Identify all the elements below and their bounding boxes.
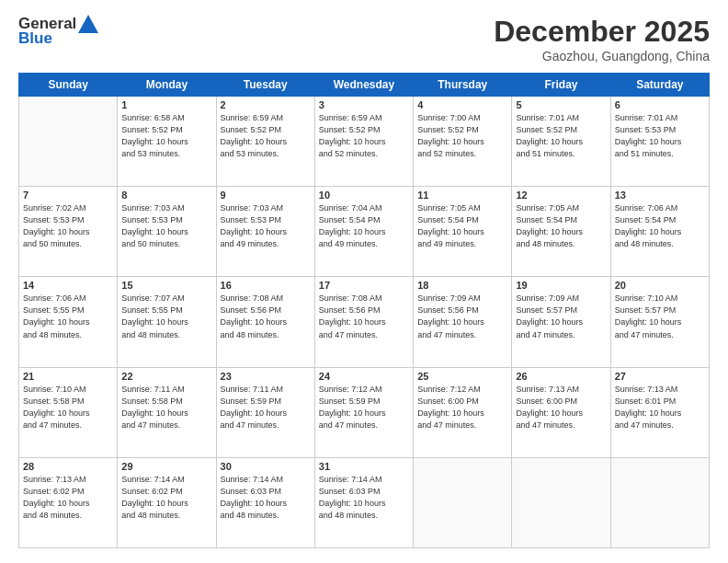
- day-number: 11: [417, 190, 507, 201]
- day-info: Sunrise: 7:00 AMSunset: 5:52 PMDaylight:…: [417, 112, 507, 160]
- day-info: Sunrise: 7:06 AMSunset: 5:55 PMDaylight:…: [23, 293, 113, 340]
- day-info: Sunrise: 7:04 AMSunset: 5:54 PMDaylight:…: [319, 202, 409, 250]
- day-number: 27: [615, 371, 705, 382]
- day-info: Sunrise: 7:03 AMSunset: 5:53 PMDaylight:…: [121, 202, 211, 250]
- day-info: Sunrise: 7:12 AMSunset: 6:00 PMDaylight:…: [417, 384, 507, 431]
- calendar-cell: 9Sunrise: 7:03 AMSunset: 5:53 PMDaylight…: [216, 187, 314, 277]
- calendar-cell: 22Sunrise: 7:11 AMSunset: 5:58 PMDayligh…: [118, 367, 216, 457]
- day-number: 2: [221, 99, 311, 110]
- day-number: 20: [615, 280, 705, 291]
- calendar-cell: [512, 457, 610, 547]
- day-number: 15: [121, 280, 211, 291]
- weekday-header-monday: Monday: [118, 74, 216, 97]
- logo-icon: [78, 15, 98, 33]
- day-info: Sunrise: 7:05 AMSunset: 5:54 PMDaylight:…: [516, 202, 606, 250]
- calendar-cell: 12Sunrise: 7:05 AMSunset: 5:54 PMDayligh…: [512, 187, 610, 277]
- logo: General Blue: [18, 15, 98, 48]
- title-block: December 2025 Gaozhou, Guangdong, China: [494, 15, 710, 63]
- day-number: 19: [516, 280, 606, 291]
- day-info: Sunrise: 7:13 AMSunset: 6:02 PMDaylight:…: [23, 474, 113, 522]
- calendar-cell: [19, 97, 118, 187]
- day-info: Sunrise: 7:11 AMSunset: 5:58 PMDaylight:…: [121, 384, 211, 431]
- day-info: Sunrise: 7:10 AMSunset: 5:58 PMDaylight:…: [23, 384, 113, 431]
- svg-marker-0: [78, 15, 98, 33]
- day-info: Sunrise: 7:13 AMSunset: 6:01 PMDaylight:…: [615, 384, 705, 431]
- day-number: 5: [516, 99, 606, 110]
- month-title: December 2025: [494, 15, 710, 49]
- day-number: 4: [417, 99, 507, 110]
- day-number: 31: [319, 461, 409, 472]
- week-row-1: 1Sunrise: 6:58 AMSunset: 5:52 PMDaylight…: [19, 97, 710, 187]
- day-number: 7: [23, 190, 113, 201]
- calendar-cell: 14Sunrise: 7:06 AMSunset: 5:55 PMDayligh…: [19, 277, 118, 367]
- day-number: 30: [221, 461, 311, 472]
- logo-blue: Blue: [18, 29, 52, 48]
- day-number: 8: [121, 190, 211, 201]
- calendar-cell: 30Sunrise: 7:14 AMSunset: 6:03 PMDayligh…: [216, 457, 314, 547]
- day-info: Sunrise: 7:02 AMSunset: 5:53 PMDaylight:…: [23, 202, 113, 250]
- calendar-cell: 10Sunrise: 7:04 AMSunset: 5:54 PMDayligh…: [314, 187, 413, 277]
- calendar-cell: 21Sunrise: 7:10 AMSunset: 5:58 PMDayligh…: [19, 367, 118, 457]
- day-number: 25: [417, 371, 507, 382]
- calendar-cell: 8Sunrise: 7:03 AMSunset: 5:53 PMDaylight…: [118, 187, 216, 277]
- calendar-cell: [414, 457, 512, 547]
- day-info: Sunrise: 7:03 AMSunset: 5:53 PMDaylight:…: [221, 202, 311, 250]
- calendar-table: SundayMondayTuesdayWednesdayThursdayFrid…: [18, 73, 710, 548]
- day-number: 6: [615, 99, 705, 110]
- day-info: Sunrise: 7:08 AMSunset: 5:56 PMDaylight:…: [319, 293, 409, 340]
- day-number: 1: [121, 99, 211, 110]
- week-row-5: 28Sunrise: 7:13 AMSunset: 6:02 PMDayligh…: [19, 457, 710, 547]
- day-info: Sunrise: 6:59 AMSunset: 5:52 PMDaylight:…: [221, 112, 311, 160]
- day-number: 9: [221, 190, 311, 201]
- day-number: 16: [221, 280, 311, 291]
- day-number: 28: [23, 461, 113, 472]
- weekday-header-thursday: Thursday: [414, 74, 512, 97]
- day-info: Sunrise: 7:10 AMSunset: 5:57 PMDaylight:…: [615, 293, 705, 340]
- calendar-cell: 6Sunrise: 7:01 AMSunset: 5:53 PMDaylight…: [610, 97, 709, 187]
- calendar-cell: 20Sunrise: 7:10 AMSunset: 5:57 PMDayligh…: [610, 277, 709, 367]
- calendar-cell: 5Sunrise: 7:01 AMSunset: 5:52 PMDaylight…: [512, 97, 610, 187]
- weekday-header-friday: Friday: [512, 74, 610, 97]
- weekday-header-wednesday: Wednesday: [314, 74, 413, 97]
- week-row-2: 7Sunrise: 7:02 AMSunset: 5:53 PMDaylight…: [19, 187, 710, 277]
- calendar-cell: 4Sunrise: 7:00 AMSunset: 5:52 PMDaylight…: [414, 97, 512, 187]
- day-number: 17: [319, 280, 409, 291]
- day-info: Sunrise: 7:09 AMSunset: 5:57 PMDaylight:…: [516, 293, 606, 340]
- day-info: Sunrise: 7:12 AMSunset: 5:59 PMDaylight:…: [319, 384, 409, 431]
- location: Gaozhou, Guangdong, China: [494, 49, 710, 63]
- calendar-cell: 19Sunrise: 7:09 AMSunset: 5:57 PMDayligh…: [512, 277, 610, 367]
- day-info: Sunrise: 7:14 AMSunset: 6:03 PMDaylight:…: [319, 474, 409, 522]
- calendar-cell: 11Sunrise: 7:05 AMSunset: 5:54 PMDayligh…: [414, 187, 512, 277]
- weekday-header-sunday: Sunday: [19, 74, 118, 97]
- day-number: 18: [417, 280, 507, 291]
- calendar-cell: 17Sunrise: 7:08 AMSunset: 5:56 PMDayligh…: [314, 277, 413, 367]
- day-number: 21: [23, 371, 113, 382]
- day-number: 10: [319, 190, 409, 201]
- day-info: Sunrise: 6:59 AMSunset: 5:52 PMDaylight:…: [319, 112, 409, 160]
- day-info: Sunrise: 7:01 AMSunset: 5:52 PMDaylight:…: [516, 112, 606, 160]
- calendar-cell: 26Sunrise: 7:13 AMSunset: 6:00 PMDayligh…: [512, 367, 610, 457]
- page: General Blue December 2025 Gaozhou, Guan…: [0, 0, 728, 563]
- calendar-cell: 7Sunrise: 7:02 AMSunset: 5:53 PMDaylight…: [19, 187, 118, 277]
- calendar-cell: 16Sunrise: 7:08 AMSunset: 5:56 PMDayligh…: [216, 277, 314, 367]
- calendar-cell: 25Sunrise: 7:12 AMSunset: 6:00 PMDayligh…: [414, 367, 512, 457]
- day-number: 3: [319, 99, 409, 110]
- calendar-cell: 28Sunrise: 7:13 AMSunset: 6:02 PMDayligh…: [19, 457, 118, 547]
- week-row-3: 14Sunrise: 7:06 AMSunset: 5:55 PMDayligh…: [19, 277, 710, 367]
- calendar-cell: 2Sunrise: 6:59 AMSunset: 5:52 PMDaylight…: [216, 97, 314, 187]
- day-info: Sunrise: 7:14 AMSunset: 6:02 PMDaylight:…: [121, 474, 211, 522]
- day-info: Sunrise: 7:13 AMSunset: 6:00 PMDaylight:…: [516, 384, 606, 431]
- day-info: Sunrise: 7:01 AMSunset: 5:53 PMDaylight:…: [615, 112, 705, 160]
- day-number: 13: [615, 190, 705, 201]
- calendar-cell: 15Sunrise: 7:07 AMSunset: 5:55 PMDayligh…: [118, 277, 216, 367]
- day-info: Sunrise: 7:05 AMSunset: 5:54 PMDaylight:…: [417, 202, 507, 250]
- week-row-4: 21Sunrise: 7:10 AMSunset: 5:58 PMDayligh…: [19, 367, 710, 457]
- day-number: 22: [121, 371, 211, 382]
- day-info: Sunrise: 7:09 AMSunset: 5:56 PMDaylight:…: [417, 293, 507, 340]
- day-info: Sunrise: 7:14 AMSunset: 6:03 PMDaylight:…: [221, 474, 311, 522]
- day-number: 12: [516, 190, 606, 201]
- calendar-cell: 1Sunrise: 6:58 AMSunset: 5:52 PMDaylight…: [118, 97, 216, 187]
- weekday-header-tuesday: Tuesday: [216, 74, 314, 97]
- day-info: Sunrise: 7:08 AMSunset: 5:56 PMDaylight:…: [221, 293, 311, 340]
- day-number: 29: [121, 461, 211, 472]
